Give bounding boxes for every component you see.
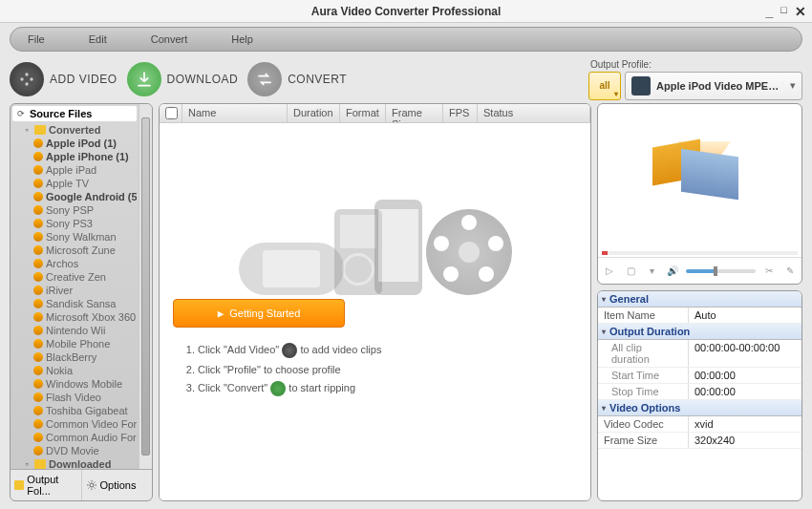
profile-select[interactable]: Apple iPod Video MPEG-4 Movie (*.m... ▾ bbox=[625, 72, 802, 100]
bullet-icon bbox=[33, 272, 43, 282]
volume-icon[interactable]: 🔊 bbox=[665, 264, 680, 279]
tree-node-downloaded[interactable]: ▫ Downloaded bbox=[12, 457, 137, 469]
tree-item[interactable]: Common Audio Format bbox=[12, 431, 137, 444]
tree-item[interactable]: BlackBerry bbox=[12, 350, 137, 364]
col-fps[interactable]: FPS bbox=[443, 104, 478, 122]
tree-item[interactable]: Windows Mobile bbox=[12, 377, 137, 391]
menu-edit[interactable]: Edit bbox=[81, 33, 115, 45]
col-frame-size[interactable]: Frame Size bbox=[386, 104, 443, 122]
menu-convert[interactable]: Convert bbox=[143, 33, 196, 45]
bullet-icon bbox=[33, 352, 43, 362]
tree-item[interactable]: Apple iPad bbox=[12, 163, 137, 177]
col-status[interactable]: Status bbox=[478, 104, 590, 122]
options-button[interactable]: Options bbox=[82, 470, 153, 500]
prop-start-time[interactable]: 00:00:00 bbox=[689, 368, 801, 383]
download-arrow-icon bbox=[127, 62, 161, 96]
seek-bar[interactable] bbox=[602, 251, 798, 255]
tree-item[interactable]: Flash Video bbox=[12, 391, 137, 404]
prop-item-name[interactable]: Auto bbox=[689, 308, 801, 323]
bullet-icon bbox=[33, 433, 43, 442]
svg-point-3 bbox=[25, 82, 28, 85]
gear-icon bbox=[86, 479, 97, 491]
bullet-icon bbox=[33, 419, 43, 429]
preview-controls: ▷ ▢ ▾ 🔊 ✂ ✎ bbox=[598, 257, 801, 284]
svg-point-2 bbox=[30, 77, 32, 80]
prop-stop-time[interactable]: 00:00:00 bbox=[689, 384, 801, 399]
bullet-icon bbox=[33, 379, 43, 389]
tree-item[interactable]: Sandisk Sansa bbox=[12, 297, 137, 310]
add-video-button[interactable]: Add Video bbox=[10, 62, 118, 96]
bullet-icon bbox=[33, 312, 43, 322]
folder-icon bbox=[34, 459, 46, 469]
bullet-icon bbox=[33, 245, 43, 255]
app-title: Aura Video Converter Professional bbox=[311, 5, 502, 18]
getting-started-button[interactable]: Getting Started bbox=[173, 299, 345, 328]
bullet-icon bbox=[33, 152, 43, 161]
tree-item[interactable]: Google Android (5) bbox=[12, 190, 137, 203]
prop-frame-size[interactable]: 320x240 bbox=[689, 433, 801, 448]
tree-item[interactable]: Common Video Format bbox=[12, 417, 137, 431]
tree-root-source-files[interactable]: ⟳ Source Files bbox=[12, 106, 137, 121]
folder-icon bbox=[14, 480, 24, 490]
tree-node-converted[interactable]: ▫ Converted bbox=[12, 123, 137, 137]
col-duration[interactable]: Duration bbox=[288, 104, 340, 122]
volume-slider[interactable] bbox=[686, 269, 756, 273]
tree-item[interactable]: iRiver bbox=[12, 284, 137, 297]
section-general[interactable]: General bbox=[598, 291, 801, 308]
bullet-icon bbox=[33, 205, 43, 215]
col-format[interactable]: Format bbox=[340, 104, 386, 122]
menu-help[interactable]: Help bbox=[224, 33, 261, 45]
cut-icon[interactable]: ✂ bbox=[761, 264, 777, 279]
play-icon[interactable]: ▷ bbox=[602, 264, 617, 279]
prop-all-clip: 00:00:00-00:00:00 bbox=[689, 340, 801, 367]
tree-item[interactable]: Sony Walkman bbox=[12, 230, 137, 244]
right-panel: ▷ ▢ ▾ 🔊 ✂ ✎ General Item NameAuto Output… bbox=[597, 103, 802, 501]
bullet-icon bbox=[33, 192, 43, 201]
sidebar-scrollbar[interactable] bbox=[139, 104, 152, 469]
tree-item[interactable]: Microsoft Xbox 360 bbox=[12, 310, 137, 324]
maximize-icon[interactable]: □ bbox=[780, 5, 787, 18]
menubar: File Edit Convert Help bbox=[10, 27, 802, 52]
tree-item[interactable]: Nokia bbox=[12, 364, 137, 377]
section-output-duration[interactable]: Output Duration bbox=[598, 324, 801, 340]
tree-item[interactable]: Nintendo Wii bbox=[12, 324, 137, 337]
select-all-checkbox[interactable] bbox=[160, 104, 182, 122]
profile-all-button[interactable]: all bbox=[588, 72, 621, 100]
tree-item[interactable]: Creative Zen bbox=[12, 270, 137, 284]
download-button[interactable]: Download bbox=[127, 62, 239, 96]
bullet-icon bbox=[33, 286, 43, 295]
instructions: Click "Add Video" to add video clips Cli… bbox=[160, 337, 590, 408]
tree-item[interactable]: Archos bbox=[12, 257, 137, 270]
tree-item[interactable]: Apple TV bbox=[12, 177, 137, 190]
prop-video-codec[interactable]: xvid bbox=[689, 416, 801, 432]
tree-item[interactable]: Toshiba Gigabeat bbox=[12, 404, 137, 417]
tree-item[interactable]: Sony PS3 bbox=[12, 217, 137, 230]
properties-panel: General Item NameAuto Output Duration Al… bbox=[597, 290, 802, 501]
tree-item[interactable]: Microsoft Zune bbox=[12, 244, 137, 257]
close-icon[interactable]: ✕ bbox=[795, 5, 806, 18]
convert-button[interactable]: Convert bbox=[247, 62, 347, 96]
convert-icon bbox=[270, 381, 286, 396]
wand-icon[interactable]: ✎ bbox=[782, 264, 798, 279]
bullet-icon bbox=[33, 165, 43, 175]
tree-item[interactable]: Mobile Phone bbox=[12, 337, 137, 350]
tree-item[interactable]: Apple iPhone (1) bbox=[12, 150, 137, 163]
list-header: Name Duration Format Frame Size FPS Stat… bbox=[160, 104, 590, 123]
tree-item[interactable]: Apple iPod (1) bbox=[12, 137, 137, 150]
toolbar: Add Video Download Convert Output Profil… bbox=[10, 55, 802, 103]
bullet-icon bbox=[33, 299, 43, 308]
col-name[interactable]: Name bbox=[182, 104, 288, 122]
camera-icon[interactable]: ▾ bbox=[644, 264, 659, 279]
stop-icon[interactable]: ▢ bbox=[623, 264, 638, 279]
tree-item[interactable]: Sony PSP bbox=[12, 203, 137, 217]
minimize-icon[interactable]: _ bbox=[766, 5, 774, 18]
section-video-options[interactable]: Video Options bbox=[598, 400, 801, 416]
bullet-icon bbox=[33, 339, 43, 349]
film-reel-icon bbox=[10, 62, 44, 96]
output-profile-label: Output Profile: bbox=[588, 59, 802, 70]
bullet-icon bbox=[33, 446, 43, 456]
output-folder-button[interactable]: Output Fol... bbox=[11, 470, 82, 500]
film-reel-icon bbox=[282, 343, 297, 358]
menu-file[interactable]: File bbox=[20, 33, 53, 45]
tree-item[interactable]: DVD Movie bbox=[12, 444, 137, 457]
